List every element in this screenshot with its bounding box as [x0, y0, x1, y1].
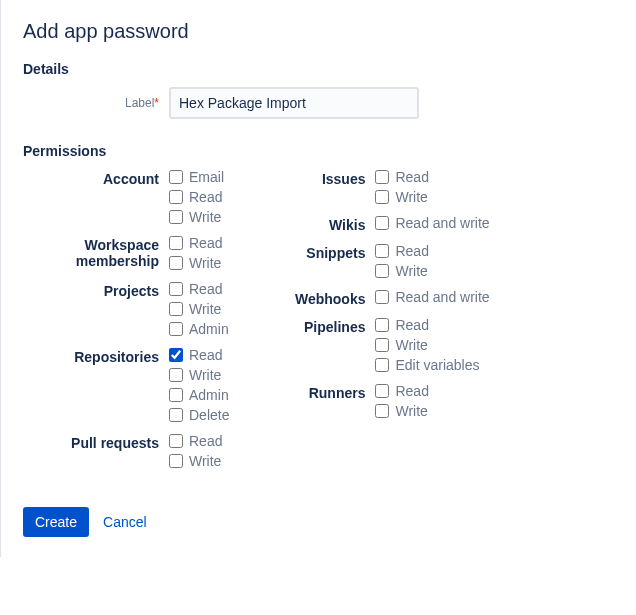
perm-option-pipelines-read[interactable]: Read	[375, 317, 479, 333]
perm-checkbox[interactable]	[375, 244, 389, 258]
perm-option-label: Delete	[189, 407, 229, 423]
perm-checkbox[interactable]	[169, 256, 183, 270]
perm-group-label: Issues	[269, 169, 375, 205]
perm-option-account-read[interactable]: Read	[169, 189, 224, 205]
perm-option-account-write[interactable]: Write	[169, 209, 224, 225]
perm-option-pipelines-write[interactable]: Write	[375, 337, 479, 353]
perm-group-label: Account	[23, 169, 169, 225]
perm-options: EmailReadWrite	[169, 169, 224, 225]
required-asterisk: *	[154, 96, 159, 110]
perm-checkbox[interactable]	[375, 404, 389, 418]
perm-group-label: Workspace membership	[23, 235, 169, 271]
permissions-columns: AccountEmailReadWriteWorkspace membershi…	[23, 169, 616, 479]
perm-checkbox[interactable]	[169, 408, 183, 422]
perm-option-issues-write[interactable]: Write	[375, 189, 428, 205]
perm-checkbox[interactable]	[375, 318, 389, 332]
permissions-right-column: IssuesReadWriteWikisRead and writeSnippe…	[269, 169, 489, 479]
perm-option-pipelines-edit-variables[interactable]: Edit variables	[375, 357, 479, 373]
page-title: Add app password	[23, 20, 616, 43]
perm-option-projects-admin[interactable]: Admin	[169, 321, 229, 337]
perm-option-repositories-admin[interactable]: Admin	[169, 387, 229, 403]
perm-options: Read and write	[375, 215, 489, 233]
perm-option-label: Read and write	[395, 215, 489, 231]
perm-checkbox[interactable]	[375, 384, 389, 398]
create-button[interactable]: Create	[23, 507, 89, 537]
perm-checkbox[interactable]	[375, 170, 389, 184]
perm-options: ReadWriteEdit variables	[375, 317, 479, 373]
perm-option-label: Write	[395, 189, 427, 205]
perm-checkbox[interactable]	[375, 216, 389, 230]
perm-checkbox[interactable]	[375, 358, 389, 372]
perm-option-issues-read[interactable]: Read	[375, 169, 428, 185]
perm-option-snippets-write[interactable]: Write	[375, 263, 428, 279]
perm-option-label: Read	[395, 317, 428, 333]
perm-option-wikis-read-and-write[interactable]: Read and write	[375, 215, 489, 231]
perm-options: ReadWriteAdminDelete	[169, 347, 229, 423]
perm-option-label: Read	[189, 235, 222, 251]
perm-checkbox[interactable]	[169, 388, 183, 402]
perm-option-repositories-delete[interactable]: Delete	[169, 407, 229, 423]
perm-option-label: Write	[395, 403, 427, 419]
perm-checkbox[interactable]	[169, 322, 183, 336]
perm-options: ReadWrite	[375, 169, 428, 205]
perm-checkbox[interactable]	[169, 454, 183, 468]
perm-group-projects: ProjectsReadWriteAdmin	[23, 281, 229, 337]
perm-option-label: Write	[189, 453, 221, 469]
perm-option-label: Write	[189, 367, 221, 383]
perm-option-snippets-read[interactable]: Read	[375, 243, 428, 259]
perm-group-repositories: RepositoriesReadWriteAdminDelete	[23, 347, 229, 423]
label-field-row: Label*	[23, 87, 616, 119]
perm-checkbox[interactable]	[169, 302, 183, 316]
perm-option-label: Edit variables	[395, 357, 479, 373]
perm-checkbox[interactable]	[375, 290, 389, 304]
perm-option-workspace-membership-read[interactable]: Read	[169, 235, 222, 251]
perm-option-label: Admin	[189, 387, 229, 403]
perm-option-runners-write[interactable]: Write	[375, 403, 428, 419]
label-input[interactable]	[169, 87, 419, 119]
permissions-heading: Permissions	[23, 143, 616, 159]
perm-checkbox[interactable]	[169, 368, 183, 382]
perm-group-wikis: WikisRead and write	[269, 215, 489, 233]
perm-checkbox[interactable]	[169, 236, 183, 250]
perm-group-account: AccountEmailReadWrite	[23, 169, 229, 225]
perm-option-pull-requests-write[interactable]: Write	[169, 453, 222, 469]
perm-option-runners-read[interactable]: Read	[375, 383, 428, 399]
perm-options: ReadWriteAdmin	[169, 281, 229, 337]
perm-checkbox[interactable]	[169, 282, 183, 296]
perm-group-issues: IssuesReadWrite	[269, 169, 489, 205]
perm-checkbox[interactable]	[375, 338, 389, 352]
perm-group-label: Repositories	[23, 347, 169, 423]
perm-checkbox[interactable]	[169, 348, 183, 362]
perm-group-label: Snippets	[269, 243, 375, 279]
perm-option-webhooks-read-and-write[interactable]: Read and write	[375, 289, 489, 305]
perm-option-label: Write	[189, 209, 221, 225]
perm-option-label: Admin	[189, 321, 229, 337]
perm-option-repositories-write[interactable]: Write	[169, 367, 229, 383]
perm-group-webhooks: WebhooksRead and write	[269, 289, 489, 307]
perm-checkbox[interactable]	[169, 190, 183, 204]
perm-group-workspace-membership: Workspace membershipReadWrite	[23, 235, 229, 271]
perm-options: Read and write	[375, 289, 489, 307]
perm-option-label: Read	[395, 169, 428, 185]
perm-option-pull-requests-read[interactable]: Read	[169, 433, 222, 449]
perm-option-label: Read	[189, 433, 222, 449]
perm-checkbox[interactable]	[375, 190, 389, 204]
perm-checkbox[interactable]	[169, 434, 183, 448]
cancel-button[interactable]: Cancel	[103, 514, 147, 530]
perm-checkbox[interactable]	[169, 170, 183, 184]
perm-checkbox[interactable]	[169, 210, 183, 224]
perm-option-projects-read[interactable]: Read	[169, 281, 229, 297]
perm-option-label: Write	[189, 255, 221, 271]
perm-group-pipelines: PipelinesReadWriteEdit variables	[269, 317, 489, 373]
perm-option-repositories-read[interactable]: Read	[169, 347, 229, 363]
perm-option-account-email[interactable]: Email	[169, 169, 224, 185]
perm-checkbox[interactable]	[375, 264, 389, 278]
perm-options: ReadWrite	[169, 433, 222, 469]
perm-option-workspace-membership-write[interactable]: Write	[169, 255, 222, 271]
perm-group-snippets: SnippetsReadWrite	[269, 243, 489, 279]
perm-group-label: Pull requests	[23, 433, 169, 469]
perm-group-label: Pipelines	[269, 317, 375, 373]
perm-option-projects-write[interactable]: Write	[169, 301, 229, 317]
label-text: Label	[125, 96, 154, 110]
perm-options: ReadWrite	[375, 243, 428, 279]
